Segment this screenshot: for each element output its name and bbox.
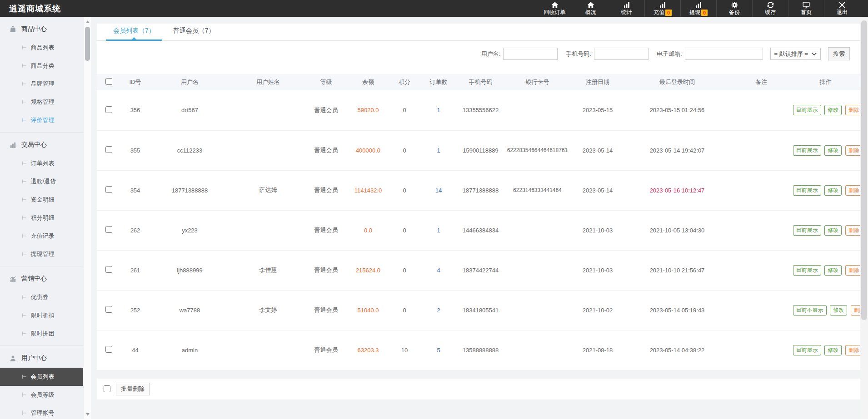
delete-button[interactable]: 删除	[845, 105, 860, 115]
sidebar-item-refund[interactable]: ⊢退款/退货	[0, 173, 83, 191]
display-toggle-button[interactable]: 目前展示	[793, 105, 821, 115]
delete-button[interactable]: 删除	[845, 145, 860, 156]
sidebar-group-goods-head[interactable]: 商品中心	[0, 20, 83, 39]
sidebar-item-spec-manage[interactable]: ⊢规格管理	[0, 93, 83, 111]
scroll-up-arrow[interactable]	[84, 18, 91, 25]
sidebar-scrollbar-thumb[interactable]	[85, 27, 90, 61]
tab-member-list[interactable]: 会员列表（7）	[106, 27, 162, 40]
search-button[interactable]: 搜索	[828, 47, 850, 60]
topnav-backup[interactable]: 备份	[716, 0, 752, 17]
display-toggle-button[interactable]: 目前展示	[793, 345, 821, 355]
sort-select[interactable]: = 默认排序 =	[770, 48, 821, 60]
edit-button[interactable]: 修改	[824, 225, 842, 236]
batch-select-checkbox[interactable]	[104, 385, 110, 392]
username-input[interactable]	[503, 48, 558, 60]
sidebar-item-group-buy[interactable]: ⊢限时拼团	[0, 325, 83, 343]
sidebar-item-member-list[interactable]: ⊢会员列表	[0, 368, 83, 386]
edit-button[interactable]: 修改	[830, 305, 847, 315]
edit-button[interactable]: 修改	[824, 105, 842, 115]
topnav-cache[interactable]: 缓存	[752, 0, 788, 17]
sidebar-item-goods-list[interactable]: ⊢商品列表	[0, 39, 83, 57]
display-toggle-button[interactable]: 目前展示	[793, 225, 821, 236]
sidebar-item-review-manage[interactable]: ⊢评价管理	[0, 111, 83, 129]
scroll-down-arrow[interactable]	[84, 410, 91, 418]
delete-button[interactable]: 删除	[851, 305, 860, 315]
sidebar-item-coupons[interactable]: ⊢优惠券	[0, 288, 83, 306]
member-balance: 63203.3	[345, 330, 391, 370]
member-orders-link[interactable]: 2	[418, 290, 459, 330]
row-actions: 目前展示 修改 删除 登录 设置商品	[792, 145, 859, 156]
member-bank-card	[502, 290, 573, 330]
topnav-label: 回收订单	[544, 9, 566, 16]
topnav-label: 首页	[801, 9, 812, 16]
row-checkbox[interactable]	[105, 186, 112, 193]
topnav-label: 提现	[689, 9, 700, 16]
edit-button[interactable]: 修改	[824, 145, 842, 156]
refresh-icon	[766, 1, 775, 9]
sidebar-item-goods-category[interactable]: ⊢商品分类	[0, 57, 83, 75]
phone-input[interactable]	[594, 48, 649, 60]
topnav-overview[interactable]: 概况	[573, 0, 609, 17]
member-orders-link[interactable]: 4	[418, 250, 459, 290]
page-scrollbar-thumb[interactable]	[861, 20, 867, 320]
topnav-logout[interactable]: 退出	[824, 0, 860, 17]
member-remark	[732, 130, 791, 170]
edit-button[interactable]: 修改	[824, 345, 842, 355]
topnav-stats[interactable]: 统计	[609, 0, 644, 17]
topnav-withdraw[interactable]: 提现0	[680, 0, 716, 17]
member-row: 356 drt567 普通会员 59020.0 0 1 13355556622 …	[97, 90, 860, 130]
row-checkbox[interactable]	[105, 306, 112, 313]
sidebar-item-flash-discount[interactable]: ⊢限时折扣	[0, 306, 83, 325]
branch-icon: ⊢	[22, 294, 26, 301]
row-checkbox[interactable]	[105, 106, 112, 113]
member-orders-link[interactable]: 1	[418, 90, 459, 130]
delete-button[interactable]: 删除	[845, 265, 860, 276]
member-actions-cell: 目前展示 修改 删除 登录 设置商品	[791, 170, 860, 210]
member-orders-link[interactable]: 1	[418, 210, 459, 250]
sidebar-item-recharge-record[interactable]: ⊢充值记录	[0, 227, 83, 245]
row-checkbox[interactable]	[105, 266, 112, 273]
edit-button[interactable]: 修改	[824, 265, 842, 276]
topnav-recycle-orders[interactable]: 回收订单	[537, 0, 573, 17]
branch-icon: ⊢	[22, 197, 26, 203]
table-header-row: ID号 用户名 用户姓名 等级 余额 积分 订单数 手机号码 银行卡号 注册日期…	[97, 74, 860, 90]
sidebar-group-user-head[interactable]: 用户中心	[0, 349, 83, 368]
delete-button[interactable]: 删除	[845, 345, 860, 355]
display-toggle-button[interactable]: 目前展示	[793, 145, 821, 156]
member-orders-link[interactable]: 5	[418, 330, 459, 370]
sidebar-item-order-list[interactable]: ⊢订单列表	[0, 154, 83, 173]
sidebar-item-brand-manage[interactable]: ⊢品牌管理	[0, 75, 83, 93]
member-level: 普通会员	[307, 170, 345, 210]
topnav-label: 概况	[585, 9, 596, 16]
topnav-homepage[interactable]: 首页	[788, 0, 824, 17]
member-orders-link[interactable]: 1	[418, 130, 459, 170]
topnav-recharge[interactable]: 充值0	[644, 0, 680, 17]
batch-delete-button[interactable]: 批量删除	[116, 383, 150, 395]
member-phone: 18771388888	[459, 170, 502, 210]
delete-button[interactable]: 删除	[845, 185, 860, 196]
sidebar-item-member-level[interactable]: ⊢会员等级	[0, 386, 83, 404]
email-input[interactable]	[685, 48, 763, 60]
edit-button[interactable]: 修改	[824, 185, 842, 196]
sidebar-item-fund-detail[interactable]: ⊢资金明细	[0, 191, 83, 209]
sidebar-group-trade-head[interactable]: 交易中心	[0, 135, 83, 154]
member-bank-card	[502, 250, 573, 290]
batch-actions-panel: 批量删除	[97, 379, 860, 399]
row-checkbox[interactable]	[105, 346, 112, 353]
select-all-checkbox[interactable]	[105, 78, 112, 85]
sidebar-group-user: 用户中心 ⊢会员列表 ⊢会员等级 ⊢管理帐号 ⊢管理权限 ⊢收款账号	[0, 345, 83, 419]
member-level: 普通会员	[307, 330, 345, 370]
tab-normal-member[interactable]: 普通会员（7）	[166, 27, 222, 40]
sidebar-group-marketing-head[interactable]: 营销中心	[0, 269, 83, 288]
row-checkbox[interactable]	[105, 146, 112, 153]
member-orders-link[interactable]: 14	[418, 170, 459, 210]
sidebar-item-points-detail[interactable]: ⊢积分明细	[0, 209, 83, 227]
display-toggle-button[interactable]: 目前展示	[793, 185, 821, 196]
sidebar-item-admin-account[interactable]: ⊢管理帐号	[0, 404, 83, 419]
display-toggle-button[interactable]: 目前展示	[793, 265, 821, 276]
delete-button[interactable]: 删除	[845, 225, 860, 236]
sidebar-item-withdraw-manage[interactable]: ⊢提现管理	[0, 245, 83, 263]
display-toggle-button[interactable]: 目前不展示	[793, 305, 827, 315]
row-checkbox[interactable]	[105, 226, 112, 233]
member-actions-cell: 目前展示 修改 删除 登录 设置商品	[791, 90, 860, 130]
